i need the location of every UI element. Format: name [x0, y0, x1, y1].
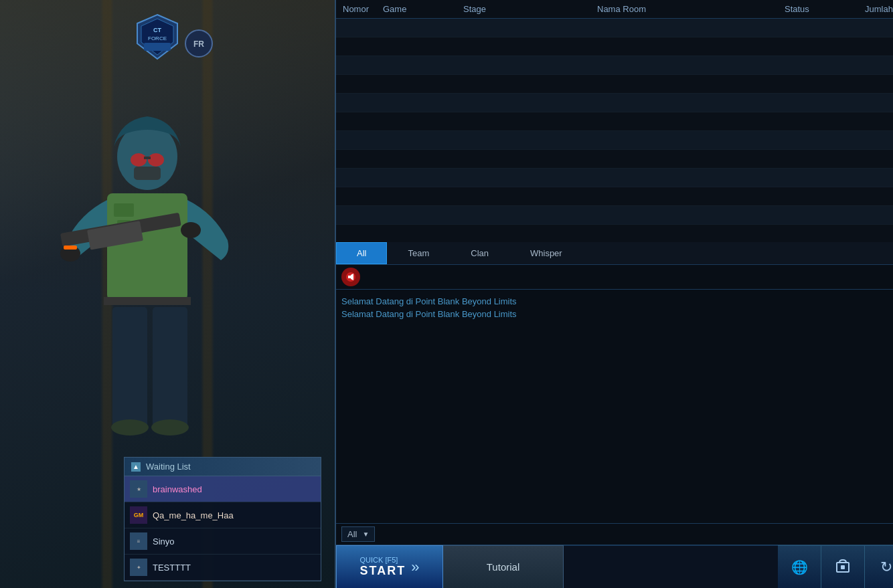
right-panel: Nomor Game Stage Nama Room Status Jumlah…	[335, 0, 893, 588]
waiting-list-header: ▲ Waiting List	[125, 458, 321, 476]
chat-tabs: AllTeamClanWhisper	[336, 242, 893, 265]
player-name: TESTTTT	[153, 563, 191, 573]
room-stripe[interactable]	[336, 19, 893, 37]
room-stripe[interactable]	[336, 187, 893, 206]
room-stripe[interactable]	[336, 94, 893, 112]
player-name: Sinyo	[153, 536, 175, 547]
room-stripe[interactable]	[336, 169, 893, 187]
filter-label: All	[347, 529, 357, 539]
svg-rect-28	[841, 565, 845, 569]
room-stripe[interactable]	[336, 37, 893, 56]
chat-input-row: ▲	[336, 265, 893, 290]
shop-button[interactable]	[821, 545, 865, 588]
refresh-button[interactable]: ↻	[865, 545, 893, 588]
svg-point-23	[181, 222, 201, 238]
room-stripe[interactable]	[336, 131, 893, 150]
left-panel: CT FORCE FR	[0, 0, 335, 588]
waiting-list-title: Waiting List	[146, 462, 191, 472]
col-status: Status	[778, 4, 858, 14]
room-stripe[interactable]	[336, 112, 893, 131]
col-stage: Stage	[457, 4, 590, 14]
player-rank-icon: ✦	[130, 559, 147, 576]
svg-rect-24	[64, 246, 77, 250]
col-game: Game	[376, 4, 457, 14]
svg-rect-26	[348, 276, 351, 278]
player-name: brainwashed	[153, 484, 202, 494]
col-nama-room: Nama Room	[590, 4, 778, 14]
svg-point-8	[131, 153, 147, 167]
waiting-list-scroll[interactable]: ★brainwashedGMQa_me_ha_me_Haa≡Sinyo✦TEST…	[125, 476, 321, 581]
chat-messages: Selamat Datang di Point Blank Beyond Lim…	[336, 290, 893, 524]
col-jumlah: Jumlah	[858, 4, 893, 14]
room-stripe[interactable]	[336, 150, 893, 169]
svg-point-18	[111, 419, 149, 435]
svg-rect-15	[104, 297, 191, 305]
tutorial-label: Tutorial	[487, 561, 519, 573]
room-stripe[interactable]	[336, 225, 893, 242]
chat-tab-clan[interactable]: Clan	[450, 242, 509, 264]
col-nomor: Nomor	[336, 4, 376, 14]
svg-point-9	[148, 153, 164, 167]
tutorial-button[interactable]: Tutorial	[443, 545, 564, 588]
room-stripe[interactable]	[336, 56, 893, 75]
room-stripe[interactable]	[336, 75, 893, 94]
chat-filter-dropdown[interactable]: All ▼	[341, 526, 375, 542]
waiting-list-collapse-btn[interactable]: ▲	[131, 462, 141, 472]
player-name: Qa_me_ha_me_Haa	[153, 510, 234, 520]
chat-filter-row: All ▼ EN	[336, 523, 893, 545]
globe-icon: 🌐	[791, 559, 808, 575]
quick-start-text: QUICK [F5] START	[360, 556, 406, 578]
chat-text-input[interactable]	[366, 272, 893, 282]
player-rank-icon: ★	[130, 480, 147, 498]
player-item[interactable]: ★brainwashed	[125, 476, 321, 502]
chat-tab-all[interactable]: All	[336, 242, 387, 264]
room-list-header: Nomor Game Stage Nama Room Status Jumlah…	[336, 0, 893, 19]
room-list-area[interactable]: ▲ ▼	[336, 19, 893, 242]
svg-point-19	[151, 419, 189, 435]
player-item[interactable]: ≡Sinyo	[125, 528, 321, 555]
svg-rect-10	[144, 157, 151, 159]
character-figure	[0, 33, 335, 521]
quick-start-button[interactable]: QUICK [F5] START »	[336, 545, 443, 588]
quick-start-top-label: QUICK [F5]	[360, 556, 406, 564]
bottom-toolbar: QUICK [F5] START » Tutorial 🌐 ↻ ⌂	[336, 545, 893, 588]
svg-rect-16	[112, 307, 147, 427]
svg-rect-13	[114, 203, 134, 217]
filter-arrow-icon: ▼	[362, 530, 369, 538]
quick-start-bottom-label: START	[360, 564, 406, 578]
chat-message: Selamat Datang di Point Blank Beyond Lim…	[341, 308, 893, 320]
waiting-list: ▲ Waiting List ★brainwashedGMQa_me_ha_me…	[124, 457, 321, 581]
globe-button[interactable]: 🌐	[778, 545, 821, 588]
player-item[interactable]: GMQa_me_ha_me_Haa	[125, 502, 321, 528]
refresh-icon: ↻	[880, 559, 892, 576]
chat-tab-team[interactable]: Team	[387, 242, 450, 264]
svg-rect-11	[134, 167, 161, 180]
player-item[interactable]: ✦TESTTTT	[125, 555, 321, 581]
svg-rect-17	[153, 307, 187, 427]
character-background: CT FORCE FR	[0, 0, 335, 588]
quick-start-arrows-icon: »	[411, 559, 419, 576]
player-rank-icon: GM	[130, 506, 147, 524]
room-stripe[interactable]	[336, 206, 893, 225]
room-list-rows	[336, 19, 893, 242]
shop-icon	[835, 557, 851, 577]
speaker-icon[interactable]	[341, 268, 360, 286]
chat-tab-whisper[interactable]: Whisper	[509, 242, 583, 264]
chat-message: Selamat Datang di Point Blank Beyond Lim…	[341, 295, 893, 308]
player-rank-icon: ≡	[130, 532, 147, 550]
